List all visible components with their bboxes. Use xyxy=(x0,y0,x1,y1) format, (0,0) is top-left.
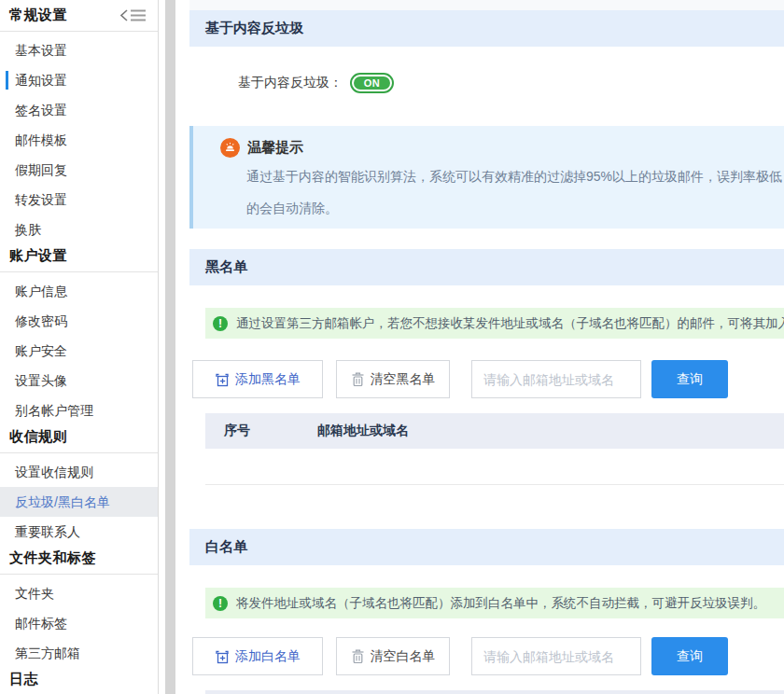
blacklist-table-header: 序号 邮箱地址或域名 xyxy=(205,413,784,449)
sidebar-item-basic-settings[interactable]: 基本设置 xyxy=(0,35,158,65)
sidebar-item-folders[interactable]: 文件夹 xyxy=(0,578,158,608)
clear-blacklist-label: 清空黑名单 xyxy=(371,371,436,388)
clear-blacklist-button[interactable]: 清空黑名单 xyxy=(336,360,450,398)
divider xyxy=(0,574,158,575)
add-blacklist-label: 添加黑名单 xyxy=(235,371,301,388)
content-spam-toggle-label: 基于内容反垃圾： xyxy=(238,75,343,91)
section-title-account: 账户设置 xyxy=(9,244,67,267)
info-exclamation-icon: ! xyxy=(213,316,228,331)
warm-tip-header: 温馨提示 xyxy=(220,138,303,158)
sidebar-item-label: 通知设置 xyxy=(15,73,67,88)
section-title-general: 常规设置 xyxy=(9,4,67,26)
toggle-state-text: ON xyxy=(364,77,381,89)
siren-icon xyxy=(224,142,236,154)
sidebar-item-signature-settings[interactable]: 签名设置 xyxy=(0,95,158,125)
sidebar-section-receive-rules: 收信规则 xyxy=(0,425,158,448)
blue-indicator-bar xyxy=(6,71,8,90)
blacklist-query-button[interactable]: 查询 xyxy=(651,360,728,398)
add-whitelist-label: 添加白名单 xyxy=(235,648,301,665)
blacklist-search-input[interactable] xyxy=(471,360,641,398)
whitelist-controls: 添加白名单 清空白名单 查询 xyxy=(192,637,784,675)
whitelist-search-input[interactable] xyxy=(471,637,641,675)
content-spam-toggle[interactable]: ON xyxy=(350,73,394,93)
trash-icon xyxy=(351,372,365,387)
blacklist-notice: ! 通过设置第三方邮箱帐户，若您不想接收某发件地址或域名（子域名也将匹配）的邮件… xyxy=(205,308,784,339)
sidebar-item-third-party-mailbox[interactable]: 第三方邮箱 xyxy=(0,638,158,668)
info-exclamation-icon: ! xyxy=(213,596,228,611)
sidebar-section-log: 日志 xyxy=(0,668,158,690)
whitelist-notice-text: 将发件地址或域名（子域名也将匹配）添加到白名单中，系统不自动拦截，可避开反垃圾误… xyxy=(236,595,765,612)
whitelist-notice: ! 将发件地址或域名（子域名也将匹配）添加到白名单中，系统不自动拦截，可避开反垃… xyxy=(205,588,784,618)
sidebar-item-antispam-blackwhite[interactable]: 反垃圾/黑白名单 xyxy=(0,487,158,517)
alarm-tip-icon xyxy=(220,138,240,158)
sidebar-section-account: 账户设置 xyxy=(0,244,158,267)
blacklist-section-header: 黑名单 xyxy=(189,249,784,285)
blacklist-table-empty-row xyxy=(205,449,784,485)
sidebar-scrollbar[interactable] xyxy=(165,0,175,694)
sidebar-item-forward-settings[interactable]: 转发设置 xyxy=(0,185,158,215)
content-spam-toggle-row: 基于内容反垃圾： ON xyxy=(238,73,394,93)
sidebar-item-vacation-reply[interactable]: 假期回复 xyxy=(0,155,158,185)
sidebar-item-change-password[interactable]: 修改密码 xyxy=(0,306,158,336)
warm-tip-box: 温馨提示 通过基于内容的智能识别算法，系统可以有效精准的过滤掉95%以上的垃圾邮… xyxy=(189,126,784,229)
settings-page: 常规设置 基本设置 通知设置 签名设置 邮件模板 假期回复 转发设置 换肤 账户… xyxy=(0,0,784,694)
whitelist-title: 白名单 xyxy=(205,538,247,556)
content-top-strip xyxy=(189,0,784,10)
blacklist-title: 黑名单 xyxy=(205,258,247,276)
whitelist-section-header: 白名单 xyxy=(189,529,784,565)
whitelist-query-button[interactable]: 查询 xyxy=(651,637,728,675)
sidebar-item-account-security[interactable]: 账户安全 xyxy=(0,336,158,366)
sidebar-section-general: 常规设置 xyxy=(0,4,158,26)
content-spam-title: 基于内容反垃圾 xyxy=(205,20,303,37)
content-spam-section-header: 基于内容反垃圾 xyxy=(189,10,784,47)
warm-tip-title: 温馨提示 xyxy=(247,139,303,157)
section-title-folders-labels: 文件夹和标签 xyxy=(9,547,96,569)
sidebar-item-important-contacts[interactable]: 重要联系人 xyxy=(0,517,158,547)
sidebar-item-avatar-settings[interactable]: 设置头像 xyxy=(0,366,158,396)
column-header-address: 邮箱地址或域名 xyxy=(317,423,409,439)
sidebar-item-notification-settings[interactable]: 通知设置 xyxy=(0,65,158,95)
add-list-icon xyxy=(215,372,230,387)
section-title-log: 日志 xyxy=(9,668,38,690)
sidebar-item-alias-account[interactable]: 别名帐户管理 xyxy=(0,396,158,425)
sidebar-item-mail-template[interactable]: 邮件模板 xyxy=(0,125,158,155)
sidebar-item-account-info[interactable]: 账户信息 xyxy=(0,276,158,306)
add-whitelist-button[interactable]: 添加白名单 xyxy=(192,637,323,675)
sidebar-collapse-icon[interactable] xyxy=(120,8,147,22)
whitelist-table-header-partial xyxy=(205,690,784,694)
sidebar-section-folders-labels: 文件夹和标签 xyxy=(0,547,158,569)
divider xyxy=(0,31,158,32)
settings-content: 基于内容反垃圾 基于内容反垃圾： ON xyxy=(189,0,784,694)
blacklist-notice-text: 通过设置第三方邮箱帐户，若您不想接收某发件地址或域名（子域名也将匹配）的邮件，可… xyxy=(236,315,784,332)
sidebar-item-mail-labels[interactable]: 邮件标签 xyxy=(0,608,158,638)
divider xyxy=(0,452,158,453)
blacklist-controls: 添加黑名单 清空黑名单 查询 xyxy=(192,360,784,398)
toggle-on-pill: ON xyxy=(354,76,390,90)
column-header-index: 序号 xyxy=(205,423,317,439)
sidebar-item-receive-rule-settings[interactable]: 设置收信规则 xyxy=(0,457,158,487)
warm-tip-text-line1: 通过基于内容的智能识别算法，系统可以有效精准的过滤掉95%以上的垃圾邮件，误判率… xyxy=(246,169,784,186)
clear-whitelist-button[interactable]: 清空白名单 xyxy=(336,637,450,675)
add-blacklist-button[interactable]: 添加黑名单 xyxy=(192,360,323,398)
sidebar-item-skin[interactable]: 换肤 xyxy=(0,215,158,244)
divider xyxy=(0,271,158,272)
settings-sidebar: 常规设置 基本设置 通知设置 签名设置 邮件模板 假期回复 转发设置 换肤 账户… xyxy=(0,0,159,694)
section-title-receive-rules: 收信规则 xyxy=(9,425,67,448)
collapse-menu-icon xyxy=(120,8,147,22)
add-list-icon xyxy=(215,649,230,664)
warm-tip-text-line2: 的会自动清除。 xyxy=(246,201,338,217)
blacklist-table: 序号 邮箱地址或域名 xyxy=(205,413,784,485)
trash-icon xyxy=(351,649,365,664)
clear-whitelist-label: 清空白名单 xyxy=(371,648,436,665)
